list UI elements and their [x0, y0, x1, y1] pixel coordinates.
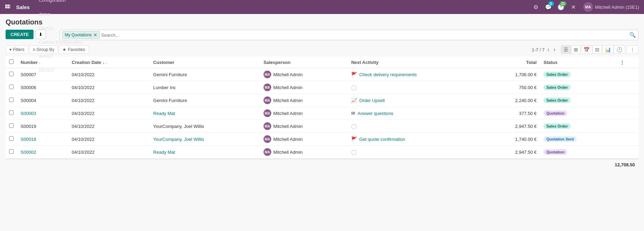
- pivot-view-button[interactable]: ⊟: [592, 45, 602, 54]
- row-checkbox-cell[interactable]: [6, 68, 17, 81]
- status-cell: Quotation Sent: [540, 133, 616, 146]
- customer-name: YourCompany, Joel Willis: [153, 124, 204, 129]
- salesperson-cell: MA Mitchell Admin: [260, 146, 348, 159]
- status-badge: Sales Order: [543, 72, 571, 77]
- col-next-activity: Next Activity: [348, 57, 486, 68]
- row-checkbox[interactable]: [9, 110, 14, 115]
- order-number: S00019: [21, 124, 36, 129]
- salesperson-name: Mitchell Admin: [273, 137, 303, 142]
- nav-item-configuration[interactable]: Configuration: [35, 0, 86, 7]
- salesperson-cell: MA Mitchell Admin: [260, 81, 348, 94]
- page-title: Quotations: [6, 18, 638, 26]
- app-grid-icon[interactable]: [3, 2, 13, 12]
- app-name: Sales: [16, 4, 30, 10]
- svg-rect-1: [7, 5, 9, 6]
- next-page-button[interactable]: ›: [552, 46, 557, 53]
- svg-rect-2: [9, 5, 10, 6]
- remove-filter-icon[interactable]: ✕: [93, 32, 97, 38]
- status-cell: Quotation: [540, 107, 616, 120]
- col-customer: Customer: [150, 57, 260, 68]
- row-checkbox-cell[interactable]: [6, 107, 17, 120]
- total-cell: 750.00 €: [486, 81, 540, 94]
- salesperson-avatar: MA: [264, 122, 271, 130]
- user-menu[interactable]: MA Mitchell Admin (15E1): [581, 2, 641, 12]
- list-view-button[interactable]: ☰: [561, 45, 571, 54]
- row-checkbox[interactable]: [9, 98, 14, 102]
- toolbar: CREATE ⬇: [6, 30, 46, 39]
- activity-icon[interactable]: 🕐21: [556, 2, 566, 12]
- number-cell: S00019: [17, 120, 68, 133]
- total-cell: 2,947.50 €: [486, 146, 540, 159]
- order-number-link[interactable]: S00018: [21, 137, 36, 142]
- search-input[interactable]: [101, 33, 629, 38]
- row-checkbox[interactable]: [9, 149, 14, 154]
- activity-cell: 📈 Order Upsell: [348, 94, 486, 107]
- filter-row: ▾ Filters ≡ Group By ★ Favorites 1-7 / 7…: [6, 45, 638, 54]
- more-options-button[interactable]: ⋮: [627, 45, 638, 54]
- search-filter-tag[interactable]: My Quotations ✕: [62, 31, 99, 39]
- status-cell: Sales Order: [540, 120, 616, 133]
- salesperson-cell: MA Mitchell Admin: [260, 107, 348, 120]
- date-cell: 04/10/2022: [68, 120, 150, 133]
- chat-icon[interactable]: 💬5: [543, 2, 553, 12]
- prev-page-button[interactable]: ‹: [546, 46, 550, 53]
- customer-link[interactable]: Ready Mat: [153, 150, 175, 155]
- number-cell: S00004: [17, 94, 68, 107]
- status-badge: Quotation: [543, 149, 567, 155]
- number-cell: S00002: [17, 146, 68, 159]
- close-icon[interactable]: ✕: [569, 2, 578, 12]
- salesperson-name: Mitchell Admin: [273, 85, 303, 90]
- right-controls: 1-7 / 7 ‹ › ☰ ⊞ 📅 ⊟ 📊 🕐 ⋮: [532, 45, 638, 54]
- salesperson-cell: MA Mitchell Admin: [260, 120, 348, 133]
- row-checkbox[interactable]: [9, 123, 14, 128]
- number-cell: S00003: [17, 107, 68, 120]
- filters-label: Filters: [13, 47, 24, 52]
- order-number-link[interactable]: S00002: [21, 150, 36, 155]
- table-row: S00018 04/10/2022 YourCompany, Joel Will…: [6, 133, 638, 146]
- customer-link[interactable]: YourCompany, Joel Willis: [153, 137, 204, 142]
- row-checkbox-cell[interactable]: [6, 81, 17, 94]
- activity-cell: 🚩 Get quote confirmation: [348, 133, 486, 146]
- row-checkbox-cell[interactable]: [6, 94, 17, 107]
- salesperson-name: Mitchell Admin: [273, 124, 303, 129]
- calendar-view-button[interactable]: 📅: [581, 45, 592, 54]
- customer-cell: Lumber Inc: [150, 81, 260, 94]
- nav-item-demo[interactable]: demo: [35, 7, 86, 21]
- activity-view-button[interactable]: 🕐: [614, 45, 625, 54]
- row-checkbox[interactable]: [9, 72, 14, 76]
- table-header: Number Creation Date ↓ Customer Salesper…: [6, 57, 638, 68]
- row-checkbox[interactable]: [9, 136, 14, 141]
- group-by-button[interactable]: ≡ Group By: [29, 45, 58, 54]
- table-row: S00007 04/10/2022 Gemini Furniture MA Mi…: [6, 68, 638, 81]
- customer-link[interactable]: Ready Mat: [153, 111, 175, 116]
- row-checkbox-cell[interactable]: [6, 133, 17, 146]
- kanban-view-button[interactable]: ⊞: [571, 45, 581, 54]
- activity-text: Order Upsell: [359, 98, 385, 103]
- filters-button[interactable]: ▾ Filters: [6, 45, 28, 54]
- settings-icon[interactable]: ⚙: [531, 2, 541, 12]
- create-button[interactable]: CREATE: [6, 30, 34, 39]
- select-all-checkbox[interactable]: [9, 59, 14, 64]
- favorites-button[interactable]: ★ Favorites: [59, 45, 89, 54]
- pagination-range: 1-7 / 7: [532, 47, 545, 52]
- row-checkbox-cell[interactable]: [6, 146, 17, 159]
- customer-cell: Gemini Furniture: [150, 68, 260, 81]
- quotations-table: Number Creation Date ↓ Customer Salesper…: [6, 57, 638, 159]
- filter-controls: ▾ Filters ≡ Group By ★ Favorites: [6, 45, 89, 54]
- select-all-header[interactable]: [6, 57, 17, 68]
- row-checkbox-cell[interactable]: [6, 120, 17, 133]
- graph-view-button[interactable]: 📊: [602, 45, 614, 54]
- group-by-label: Group By: [37, 47, 54, 52]
- export-button[interactable]: ⬇: [36, 30, 46, 39]
- order-number: S00007: [21, 72, 36, 77]
- order-number-link[interactable]: S00003: [21, 111, 36, 116]
- col-options[interactable]: ⋮: [616, 57, 638, 68]
- date-cell: 04/10/2022: [68, 133, 150, 146]
- favorites-label: Favorites: [68, 47, 85, 52]
- salesperson-avatar: MA: [264, 84, 271, 91]
- customer-cell: Ready Mat: [150, 146, 260, 159]
- search-submit-icon[interactable]: 🔍: [629, 32, 636, 38]
- status-badge: Sales Order: [543, 98, 571, 103]
- customer-cell: Ready Mat: [150, 107, 260, 120]
- row-checkbox[interactable]: [9, 85, 14, 89]
